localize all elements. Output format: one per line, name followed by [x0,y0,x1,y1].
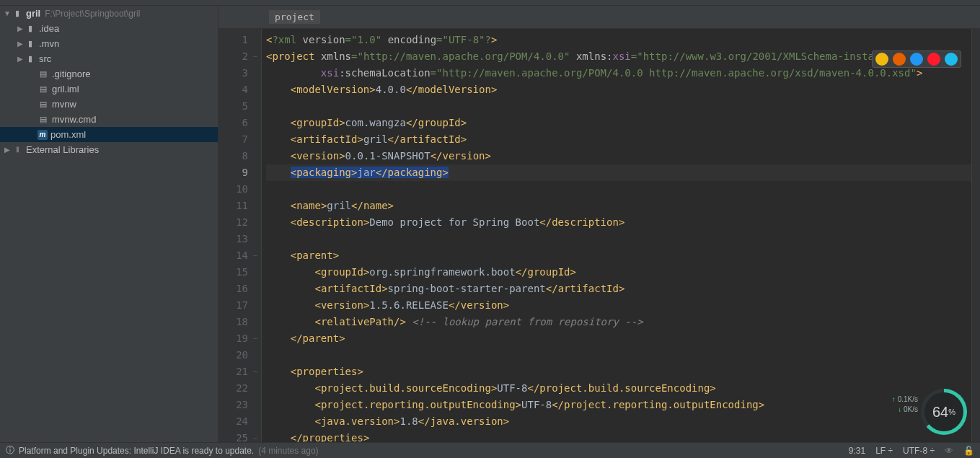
gauge-up: 0.1K/s [898,395,918,403]
chrome-icon[interactable] [875,53,888,66]
maven-icon: m [37,130,48,140]
file-icon: ▤ [37,114,49,125]
fold-toggle [252,264,259,281]
main-split: ▼▮grilF:\Project\Springboot\gril▶▮.idea▶… [0,6,980,442]
fold-toggle [252,281,259,297]
info-icon: ⓘ [6,444,14,457]
tree-label: pom.xml [50,129,86,140]
fold-toggle [252,198,259,214]
tree-item[interactable]: ▶▮.mvn [0,36,218,51]
safari-icon[interactable] [910,53,923,66]
fold-toggle [252,98,259,115]
chevron-icon[interactable]: ▶ [16,40,25,48]
chevron-icon[interactable]: ▼ [3,9,12,17]
tree-item-selected[interactable]: mpom.xml [0,127,218,142]
editor-tabs-bar [0,0,980,6]
tree-item[interactable]: ▤mvnw [0,97,218,112]
file-icon: ▤ [37,69,49,80]
net-gauge-widget: ↑ 0.1K/s ↓ 0K/s 64% [921,389,967,435]
status-age: (4 minutes ago) [258,446,318,456]
tree-label: External Libraries [26,144,99,155]
fold-toggle [252,297,259,314]
folder-icon: ▮ [12,8,23,19]
file-icon: ▤ [37,84,49,95]
tree-label: .gitignore [52,69,90,79]
folder-icon: ▮ [25,38,36,50]
scroll-markers[interactable] [971,29,980,442]
tree-item[interactable]: ▤mvnw.cmd [0,112,218,127]
fold-toggle [252,181,259,198]
fold-toggle [252,148,259,164]
tree-label: .mvn [39,38,59,49]
chevron-icon[interactable]: ▶ [3,146,12,154]
tree-label: grilF:\Project\Springboot\gril [26,8,140,19]
code-area[interactable]: 1234567891011121314151617181920212223242… [218,29,980,442]
fold-toggle [252,214,259,231]
tree-item[interactable]: ▼▮grilF:\Project\Springboot\gril [0,6,218,21]
chevron-icon[interactable]: ▶ [16,55,25,63]
firefox-icon[interactable] [893,53,906,66]
fold-toggle [252,347,259,364]
tree-label: .idea [39,23,59,34]
tree-label: gril.iml [52,84,79,94]
project-tree[interactable]: ▼▮grilF:\Project\Springboot\gril▶▮.idea▶… [0,6,218,442]
file-icon: ▤ [37,99,49,110]
fold-toggle[interactable]: – [252,430,259,442]
line-separator[interactable]: LF ÷ [875,446,893,456]
tree-label: mvnw [52,99,76,110]
tree-label: mvnw.cmd [52,114,96,125]
fold-toggle [252,380,259,397]
tree-item[interactable]: ▶⫴External Libraries [0,142,218,157]
fold-toggle [252,82,259,98]
gauge-dn: 0K/s [904,405,918,413]
fold-toggle[interactable]: – [252,48,259,65]
tree-item[interactable]: ▤.gitignore [0,66,218,82]
folder-icon: ▮ [25,23,36,35]
inspector-icon[interactable]: 👁 [945,446,953,456]
fold-toggle [252,397,259,413]
gauge-pct: 64 [932,404,948,420]
tree-item[interactable]: ▶▮src [0,51,218,66]
code-text[interactable]: <?xml version="1.0" encoding="UTF-8"?><p… [262,29,971,442]
gutter[interactable]: 1234567891011121314151617181920212223242… [218,29,262,442]
library-icon: ⫴ [12,144,23,156]
fold-toggle [252,131,259,148]
ie-icon[interactable] [945,53,958,66]
fold-toggle[interactable]: – [252,247,259,264]
editor-pane: project 12345678910111213141516171819202… [218,6,980,442]
folder-icon: ▮ [25,53,36,65]
fold-toggle [252,115,259,131]
fold-toggle[interactable]: – [252,364,259,380]
tree-item[interactable]: ▤gril.iml [0,82,218,97]
opera-icon[interactable] [927,53,940,66]
status-message[interactable]: Platform and Plugin Updates: IntelliJ ID… [19,446,254,456]
fold-toggle[interactable]: – [252,330,259,347]
caret-position[interactable]: 9:31 [849,446,865,456]
breadcrumb-bar: project [218,6,980,29]
fold-toggle [252,314,259,330]
fold-toggle [252,413,259,430]
status-bar: ⓘ Platform and Plugin Updates: IntelliJ … [0,442,980,458]
fold-toggle [252,164,259,181]
chevron-icon[interactable]: ▶ [16,25,25,32]
fold-toggle [252,32,259,48]
fold-toggle [252,231,259,247]
breadcrumb-item[interactable]: project [269,10,320,24]
lock-icon[interactable]: 🔓 [963,446,974,456]
tree-label: src [39,53,51,64]
fold-toggle [252,65,259,82]
file-encoding[interactable]: UTF-8 ÷ [903,446,935,456]
open-in-browser-bar [872,50,961,68]
tree-item[interactable]: ▶▮.idea [0,21,218,36]
